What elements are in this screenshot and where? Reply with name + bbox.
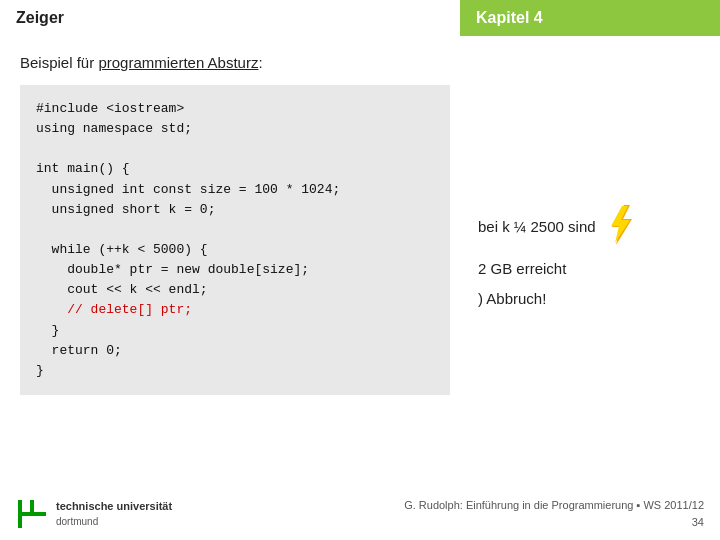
- tu-logo-text: technische universität dortmund: [56, 499, 172, 528]
- annotation-line1: bei k ¼ 2500 sind: [478, 205, 690, 252]
- chapter-label-right: Kapitel 4: [476, 9, 543, 27]
- code-line-14: }: [36, 361, 434, 381]
- footer: G. Rudolph: Einführung in die Programmie…: [404, 497, 704, 530]
- tu-logo-icon: [16, 498, 48, 530]
- annotation-line3: ) Abbruch!: [478, 288, 690, 311]
- annotation-line1-text: bei k ¼ 2500 sind: [478, 218, 596, 235]
- svg-rect-4: [18, 500, 22, 528]
- code-line-2: using namespace std;: [36, 119, 434, 139]
- code-line-13: return 0;: [36, 341, 434, 361]
- lightning-icon: [606, 205, 634, 252]
- header-title-right: Kapitel 4: [460, 0, 720, 36]
- annotation-line2: 2 GB erreicht: [478, 258, 690, 281]
- annotation-area: bei k ¼ 2500 sind 2 GB erreicht ) Abbruc…: [450, 85, 690, 395]
- header-title-left: Zeiger: [0, 9, 460, 27]
- footer-line2: 34: [404, 514, 704, 531]
- code-line-12: }: [36, 321, 434, 341]
- footer-line1: G. Rudolph: Einführung in die Programmie…: [404, 497, 704, 514]
- code-line-1: #include <iostream>: [36, 99, 434, 119]
- code-line-7: [36, 220, 434, 240]
- code-line-3: [36, 139, 434, 159]
- code-line-6: unsigned short k = 0;: [36, 200, 434, 220]
- tu-name: technische universität: [56, 499, 172, 514]
- subtitle: Beispiel für programmierten Absturz:: [20, 54, 700, 71]
- code-line-9: double* ptr = new double[size];: [36, 260, 434, 280]
- header: Zeiger Kapitel 4: [0, 0, 720, 36]
- subtitle-text-normal: Beispiel für: [20, 54, 98, 71]
- svg-rect-3: [18, 512, 46, 516]
- main-area: #include <iostream> using namespace std;…: [20, 85, 700, 395]
- code-line-11: // delete[] ptr;: [36, 300, 434, 320]
- code-line-4: int main() {: [36, 159, 434, 179]
- svg-rect-5: [30, 500, 34, 512]
- code-line-10: cout << k << endl;: [36, 280, 434, 300]
- main-content: Beispiel für programmierten Absturz: #in…: [0, 36, 720, 405]
- code-line-8: while (++k < 5000) {: [36, 240, 434, 260]
- code-line-5: unsigned int const size = 100 * 1024;: [36, 180, 434, 200]
- subtitle-text-underline: programmierten Absturz: [98, 54, 258, 71]
- chapter-label-left: Zeiger: [16, 9, 64, 27]
- tu-logo: technische universität dortmund: [16, 498, 172, 530]
- code-block: #include <iostream> using namespace std;…: [20, 85, 450, 395]
- subtitle-colon: :: [258, 54, 262, 71]
- tu-city: dortmund: [56, 515, 172, 529]
